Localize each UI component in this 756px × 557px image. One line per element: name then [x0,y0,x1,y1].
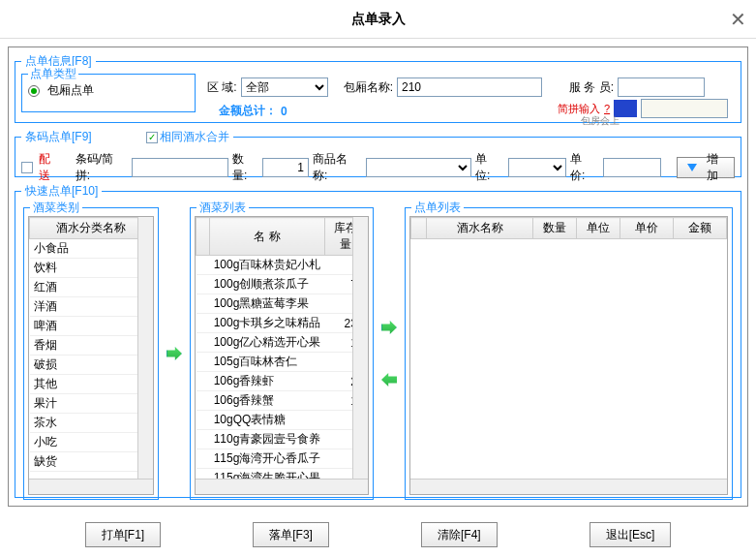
order-table[interactable]: 酒水名称 数量 单位 单价 金额 [409,216,728,495]
delivery-label: 配送 [39,151,62,184]
table-row[interactable]: 缺货 [30,452,153,472]
merge-checkbox[interactable]: ✓ [146,132,158,143]
price-input[interactable] [603,158,661,177]
scrollbar-h[interactable] [196,479,368,494]
print-button[interactable]: 打单[F1] [85,522,162,547]
ime-q[interactable]: ? [604,103,610,114]
item-panel: 酒菜列表 名 称库存量 100g百味林贵妃小札100g创顺煮茶瓜子71100g黑… [190,207,374,500]
name-select[interactable] [366,158,471,177]
add-item-icon[interactable] [381,321,397,334]
table-row[interactable]: 110g青豪园壹号食养3 [197,430,368,449]
order-type-fieldset: 点单类型 包厢点单 [21,74,196,112]
table-row[interactable]: 饮料 [30,259,153,278]
total-value: 0 [281,105,287,118]
name-label: 商品名称: [313,151,362,184]
table-row[interactable]: 106g香辣虾23 [197,372,368,391]
code-label: 条码/简拼: [76,151,128,184]
barcode-legend: 条码点单[F9] ✓相同酒水合并 [21,129,233,145]
close-icon[interactable]: ✕ [730,8,746,31]
remove-item-icon[interactable] [381,373,397,387]
table-row[interactable]: 100g亿心精选开心果16 [197,333,368,353]
table-row[interactable]: 100g创顺煮茶瓜子71 [197,275,368,294]
scrollbar-v[interactable] [137,217,153,494]
waiter-input[interactable] [618,77,705,97]
bottom-bar: 打单[F1] 落单[F3] 清除[F4] 退出[Esc] [0,514,756,555]
category-table[interactable]: 酒水分类名称 小食品饮料红酒洋酒啤酒香烟破损其他果汁茶水小吃缺货 [28,216,154,495]
category-panel: 酒菜类别 酒水分类名称 小食品饮料红酒洋酒啤酒香烟破损其他果汁茶水小吃缺货 [23,207,159,500]
code-input[interactable] [132,158,228,177]
room-order-label: 包厢点单 [47,82,94,99]
scrollbar-v[interactable] [352,217,368,494]
table-row[interactable]: 红酒 [30,278,153,297]
order-info-fieldset: 点单信息[F8] 点单类型 包厢点单 区 域: 全部 包厢名称: 服 务 员: … [15,53,741,123]
qty-input[interactable] [262,158,309,177]
fast-fieldset: 快速点单[F10] 酒菜类别 酒水分类名称 小食品饮料红酒洋酒啤酒香烟破损其他果… [15,183,741,498]
delivery-checkbox[interactable] [21,162,33,173]
table-row[interactable]: 小食品 [30,239,153,259]
window-title: 点单录入 [351,11,406,28]
table-row[interactable]: 香烟 [30,336,153,356]
scrollbar-h[interactable] [410,479,727,494]
table-row[interactable]: 果汁 [30,394,153,414]
table-row[interactable]: 105g百味林杏仁-2 [197,353,368,372]
order-panel: 点单列表 酒水名称 数量 单位 单价 金额 [405,207,733,500]
scrollbar-h[interactable] [29,479,153,494]
table-row[interactable]: 其他 [30,375,153,394]
room-label: 包厢名称: [344,79,393,96]
clear-button[interactable]: 清除[F4] [421,522,498,547]
arrow-down-icon [687,164,697,171]
side-label: 包房会上 [581,114,620,128]
area-select[interactable]: 全部 [241,77,328,97]
room-order-radio[interactable] [28,85,40,97]
barcode-fieldset: 条码点单[F9] ✓相同酒水合并 配送 条码/简拼: 数量: 商品名称: 单 位… [15,129,741,177]
unit-label: 单 位: [475,151,504,184]
submit-button[interactable]: 落单[F3] [253,522,329,547]
area-label: 区 域: [207,79,237,96]
order-type-legend: 点单类型 [28,66,78,82]
waiter-label: 服 务 员: [569,79,614,96]
table-row[interactable]: 100g黑糖蓝莓李果-7 [197,294,368,314]
price-label: 单 价: [570,151,599,184]
table-row[interactable]: 小吃 [30,433,153,452]
room-name-input[interactable] [397,77,542,97]
table-row[interactable]: 破损 [30,356,153,375]
table-row[interactable]: 106g香辣蟹12 [197,391,368,411]
table-row[interactable]: 啤酒 [30,317,153,336]
main-panel: 点单信息[F8] 点单类型 包厢点单 区 域: 全部 包厢名称: 服 务 员: … [8,46,748,507]
unit-select[interactable] [508,158,566,177]
qty-label: 数量: [232,151,258,184]
move-right-icon[interactable] [166,347,182,360]
fast-legend: 快速点单[F10] [21,183,102,200]
table-row[interactable]: 10gQQ表情糖0 [197,411,368,430]
table-row[interactable]: 洋酒 [30,297,153,317]
table-row[interactable]: 100g卡琪乡之味精品232 [197,314,368,333]
exit-button[interactable]: 退出[Esc] [590,522,672,547]
total-label: 金额总计： [219,103,277,119]
table-row[interactable]: 100g百味林贵妃小札 [197,256,368,275]
item-table[interactable]: 名 称库存量 100g百味林贵妃小札100g创顺煮茶瓜子71100g黑糖蓝莓李果… [195,216,369,495]
side-input[interactable] [641,99,728,118]
table-row[interactable]: 茶水 [30,414,153,433]
table-row[interactable]: 115g海湾开心香瓜子0 [197,449,368,469]
add-button[interactable]: 增加 [677,157,735,178]
